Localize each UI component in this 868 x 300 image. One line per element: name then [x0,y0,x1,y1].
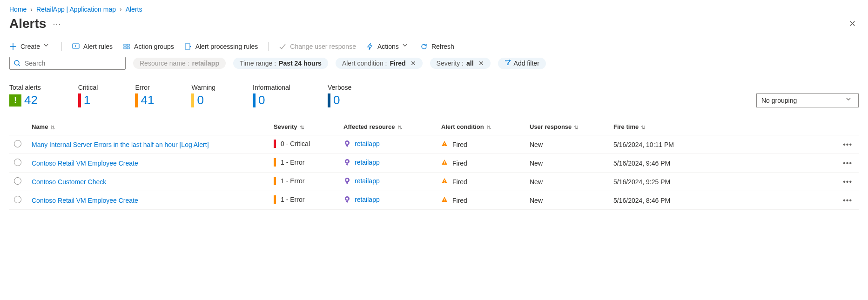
row-more-icon[interactable]: ••• [698,135,859,154]
column-actions [698,119,859,135]
svg-rect-5 [185,44,190,49]
column-header-user-response[interactable]: User response [526,119,610,135]
chevron-right-icon: › [30,6,33,13]
svg-point-9 [444,145,445,146]
svg-rect-3 [124,47,126,49]
condition-text: Fired [452,197,467,204]
warning-icon [441,178,448,186]
chevron-right-icon: › [120,6,122,13]
svg-point-15 [444,182,445,183]
row-checkbox[interactable] [14,177,21,185]
alert-name-link[interactable]: Contoso Retail VM Employee Create [32,197,138,204]
filter-alert-condition[interactable]: Alert condition : Fired ✕ [336,58,423,69]
user-response-text: New [530,178,543,186]
filter-severity-label: Severity : [437,60,464,67]
table-row[interactable]: Contoso Customer Check1 - Errorretailapp… [9,173,859,191]
action-groups-button[interactable]: Action groups [123,43,174,50]
alert-rules-label: Alert rules [83,43,113,50]
row-checkbox[interactable] [14,159,21,166]
column-header-condition[interactable]: Alert condition [437,119,526,135]
warning-icon [441,140,448,148]
severity-bar-error-icon [135,93,138,107]
summary-critical-label: Critical [78,84,98,91]
chevron-down-icon [403,43,410,50]
sort-icon [48,123,55,130]
filter-resource-label: Resource name : [140,60,189,67]
refresh-label: Refresh [431,43,454,50]
alert-name-link[interactable]: Contoso Customer Check [32,178,106,186]
resource-link[interactable]: retailapp [355,140,380,147]
summary-info-value: 0 [258,93,265,107]
summary-cards: Total alerts 42 Critical 1 Error 41 Warn… [0,84,868,119]
alert-name-link[interactable]: Contoso Retail VM Employee Create [32,160,138,167]
svg-rect-0 [73,44,79,48]
divider [61,42,62,51]
alerts-table: Name Severity Affected resource Alert co… [9,119,859,210]
row-checkbox[interactable] [14,140,21,147]
severity-bar-icon [274,158,276,167]
severity-bar-icon [274,195,276,204]
alert-rules-button[interactable]: Alert rules [72,43,113,50]
alert-processing-button[interactable]: Alert processing rules [184,43,258,50]
sort-icon [484,123,491,130]
create-button[interactable]: Create [9,43,51,50]
clear-filter-icon[interactable]: ✕ [409,60,416,67]
row-checkbox[interactable] [14,196,21,203]
search-input-wrap[interactable] [9,57,126,70]
filter-bar: Resource name : retailapp Time range : P… [0,57,868,84]
filter-severity[interactable]: Severity : all ✕ [430,58,491,69]
alert-total-icon [9,94,21,107]
chevron-down-icon [44,43,51,50]
card-total-alerts[interactable]: Total alerts 42 [9,84,41,107]
severity-bar-icon [274,140,276,148]
fire-time-text: 5/16/2024, 8:46 PM [613,197,670,204]
column-header-severity[interactable]: Severity [270,119,340,135]
search-input[interactable] [25,60,121,67]
alert-name-link[interactable]: Many Internal Server Errors in the last … [32,141,209,148]
breadcrumb-alerts[interactable]: Alerts [126,6,142,13]
row-more-icon[interactable]: ••• [698,173,859,191]
column-header-name[interactable]: Name [28,119,270,135]
severity-bar-info-icon [253,93,256,107]
resource-link[interactable]: retailapp [355,159,380,166]
card-critical[interactable]: Critical 1 [78,84,98,107]
user-response-text: New [530,160,543,167]
create-label: Create [20,43,40,50]
lightning-icon [366,43,374,50]
card-info[interactable]: Informational 0 [253,84,290,107]
summary-total-label: Total alerts [9,84,41,91]
filter-time-range[interactable]: Time range : Past 24 hours [233,58,328,69]
sort-icon [572,123,579,130]
card-error[interactable]: Error 41 [135,84,154,107]
sort-icon [297,123,305,130]
add-filter-button[interactable]: Add filter [498,58,546,69]
refresh-button[interactable]: Refresh [420,43,454,50]
table-row[interactable]: Contoso Retail VM Employee Create1 - Err… [9,154,859,173]
severity-bar-icon [274,177,276,185]
column-header-resource[interactable]: Affected resource [340,119,437,135]
fire-time-text: 5/16/2024, 10:11 PM [613,141,674,148]
row-more-icon[interactable]: ••• [698,191,859,210]
breadcrumb-home[interactable]: Home [9,6,27,13]
card-verbose[interactable]: Verbose 0 [328,84,351,107]
column-header-fire-time[interactable]: Fire time [610,119,698,135]
row-more-icon[interactable]: ••• [698,154,859,173]
resource-link[interactable]: retailapp [355,196,380,203]
resource-link[interactable]: retailapp [355,177,380,185]
sort-icon [639,123,646,130]
user-response-text: New [530,197,543,204]
more-menu-icon[interactable]: ⋯ [51,17,63,31]
table-row[interactable]: Contoso Retail VM Employee Create1 - Err… [9,191,859,210]
table-row[interactable]: Many Internal Server Errors in the last … [9,135,859,154]
appinsights-icon [343,196,351,203]
severity-text: 1 - Error [281,177,304,185]
summary-verbose-value: 0 [333,93,340,107]
clear-filter-icon[interactable]: ✕ [477,60,484,67]
card-warning[interactable]: Warning 0 [191,84,215,107]
check-icon [279,43,286,50]
actions-button[interactable]: Actions [366,43,410,50]
summary-error-value: 41 [141,93,154,107]
breadcrumb-appmap[interactable]: RetailApp | Application map [36,6,116,13]
grouping-dropdown[interactable]: No grouping [756,93,859,107]
close-icon[interactable]: ✕ [846,16,859,32]
